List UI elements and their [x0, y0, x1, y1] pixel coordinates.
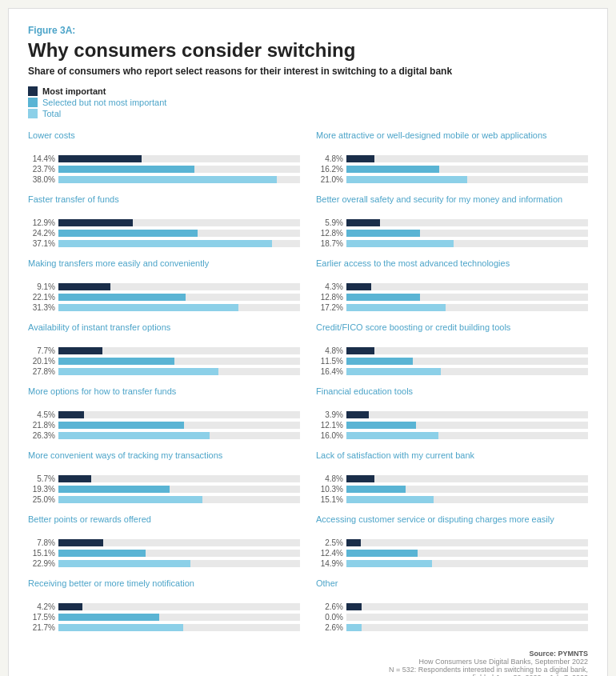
bar-row: 17.5%: [28, 613, 300, 622]
bar-fill: [58, 283, 110, 290]
bar-row: 19.3%: [28, 485, 300, 494]
bar-fill: [346, 240, 454, 247]
bar-pct-label: 21.0%: [316, 175, 343, 184]
chart-item: Making transfers more easily and conveni…: [28, 258, 300, 312]
bar-fill: [58, 230, 198, 237]
bar-row: 12.1%: [316, 421, 588, 430]
bar-row: 26.3%: [28, 431, 300, 440]
bar-track: [346, 219, 588, 226]
bar-label: Accessing customer service or disputing …: [316, 514, 588, 536]
bar-row: 10.3%: [316, 485, 588, 494]
bar-fill: [346, 294, 420, 301]
chart-item: Accessing customer service or disputing …: [316, 514, 588, 568]
bar-pct-label: 20.1%: [28, 357, 55, 366]
bar-label: Credit/FICO score boosting or credit bui…: [316, 322, 588, 344]
bar-pct-label: 21.7%: [28, 623, 55, 632]
bar-track: [346, 155, 588, 162]
report-page: Figure 3A: Why consumers consider switch…: [8, 8, 608, 676]
bar-track: [58, 219, 300, 226]
bar-row: 31.3%: [28, 303, 300, 312]
bar-pct-label: 21.8%: [28, 421, 55, 430]
bar-fill: [58, 475, 91, 482]
bar-label: Making transfers more easily and conveni…: [28, 258, 300, 280]
bar-row: 14.9%: [316, 559, 588, 568]
bar-pct-label: 2.6%: [316, 623, 343, 632]
bar-fill: [346, 624, 362, 631]
source-line-1: Source: PYMNTS: [28, 650, 588, 658]
source-line-2: How Consumers Use Digital Banks, Septemb…: [28, 658, 588, 666]
chart-item: Financial education tools3.9%12.1%16.0%: [316, 386, 588, 440]
bar-row: 12.9%: [28, 218, 300, 227]
legend-color-total: [28, 109, 38, 118]
bar-label: Faster transfer of funds: [28, 194, 300, 216]
bar-track: [58, 304, 300, 311]
bar-track: [346, 560, 588, 567]
bar-row: 17.2%: [316, 303, 588, 312]
chart-item: More attractive or well-designed mobile …: [316, 130, 588, 184]
bar-label: Financial education tools: [316, 386, 588, 408]
bar-row: 24.2%: [28, 229, 300, 238]
bar-pct-label: 4.8%: [316, 154, 343, 163]
bar-fill: [346, 347, 374, 354]
chart-item: Other2.6%0.0%2.6%: [316, 578, 588, 632]
bar-track: [58, 603, 300, 610]
bar-fill: [346, 411, 369, 418]
bar-fill: [58, 155, 142, 162]
bar-fill: [346, 230, 420, 237]
bar-fill: [58, 358, 174, 365]
bar-row: 3.9%: [316, 410, 588, 419]
bar-fill: [58, 432, 210, 439]
bar-row: 4.2%: [28, 602, 300, 611]
bar-fill: [346, 422, 416, 429]
bar-pct-label: 12.1%: [316, 421, 343, 430]
bar-row: 16.0%: [316, 431, 588, 440]
bar-track: [346, 486, 588, 493]
bar-label: More convenient ways of tracking my tran…: [28, 450, 300, 472]
bar-row: 16.4%: [316, 367, 588, 376]
bar-fill: [346, 155, 374, 162]
bar-label: Better points or rewards offered: [28, 514, 300, 536]
bar-pct-label: 12.9%: [28, 218, 55, 227]
bar-row: 4.8%: [316, 154, 588, 163]
bar-pct-label: 18.7%: [316, 239, 343, 248]
bar-fill: [58, 240, 272, 247]
bar-row: 14.4%: [28, 154, 300, 163]
bar-fill: [346, 304, 446, 311]
bar-row: 2.5%: [316, 538, 588, 547]
bar-row: 7.8%: [28, 538, 300, 547]
bar-track: [58, 432, 300, 439]
bar-track: [346, 294, 588, 301]
chart-subtitle: Share of consumers who report select rea…: [28, 66, 588, 77]
bar-fill: [58, 166, 194, 173]
legend-label-most: Most important: [42, 86, 106, 96]
bar-pct-label: 2.6%: [316, 602, 343, 611]
legend-color-most: [28, 86, 38, 96]
bar-row: 22.1%: [28, 293, 300, 302]
chart-item: Receiving better or more timely notifica…: [28, 578, 300, 632]
bar-row: 5.7%: [28, 474, 300, 483]
bar-label: Other: [316, 578, 588, 600]
bar-fill: [58, 614, 159, 621]
bar-track: [58, 294, 300, 301]
bar-track: [346, 496, 588, 503]
bar-pct-label: 5.9%: [316, 218, 343, 227]
bar-track: [58, 240, 300, 247]
bar-track: [58, 560, 300, 567]
bar-row: 11.5%: [316, 357, 588, 366]
bar-track: [58, 155, 300, 162]
bar-track: [346, 550, 588, 557]
bar-pct-label: 16.4%: [316, 367, 343, 376]
bar-row: 4.3%: [316, 282, 588, 291]
bar-pct-label: 38.0%: [28, 175, 55, 184]
bar-row: 38.0%: [28, 175, 300, 184]
chart-item: Faster transfer of funds12.9%24.2%37.1%: [28, 194, 300, 248]
bar-row: 15.1%: [316, 495, 588, 504]
bar-fill: [346, 283, 371, 290]
bar-track: [346, 358, 588, 365]
bar-track: [346, 176, 588, 183]
bar-pct-label: 17.5%: [28, 613, 55, 622]
chart-item: Availability of instant transfer options…: [28, 322, 300, 376]
bar-label: More attractive or well-designed mobile …: [316, 130, 588, 152]
bar-pct-label: 5.7%: [28, 474, 55, 483]
bar-row: 4.5%: [28, 410, 300, 419]
